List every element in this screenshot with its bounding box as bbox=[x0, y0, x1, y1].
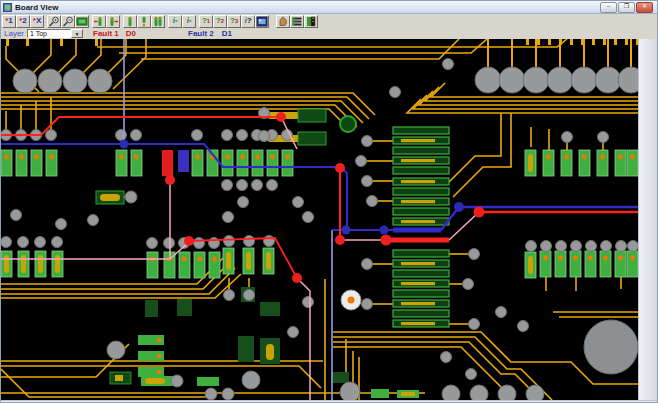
snapshot-button[interactable] bbox=[255, 15, 269, 28]
board-view-window: Board View – ❐ ✕ *1 *2 *X i▪ i▪ ?1 ?2 ?3… bbox=[0, 0, 658, 403]
testpoint-pair-button[interactable] bbox=[151, 15, 165, 28]
testpoint-single-button[interactable] bbox=[123, 15, 137, 28]
green-square-icon: ▪ bbox=[175, 17, 177, 25]
board-side-icon bbox=[305, 16, 317, 27]
maximize-button[interactable]: ❐ bbox=[618, 2, 635, 13]
component-info-a-button[interactable]: i▪ bbox=[168, 15, 182, 28]
assign-probe-1-button[interactable]: *1 bbox=[2, 15, 16, 28]
board-outline-icon bbox=[76, 16, 88, 27]
layer-bar: Layer 1 Top ▼ Fault 1 D0 Fault 2 D1 bbox=[1, 28, 657, 39]
testpoint-alert-button[interactable] bbox=[137, 15, 151, 28]
layer-stack-button[interactable] bbox=[290, 15, 304, 28]
board-canvas[interactable] bbox=[1, 39, 638, 400]
layer-dropdown[interactable]: 1 Top ▼ bbox=[27, 29, 83, 38]
probe-right-icon bbox=[107, 16, 119, 27]
toolbar: *1 *2 *X i▪ i▪ ?1 ?2 ?3 i? bbox=[1, 14, 657, 28]
window-frame-right bbox=[638, 39, 657, 400]
green-via bbox=[340, 116, 356, 132]
snapshot-icon bbox=[256, 16, 268, 27]
minimize-button[interactable]: – bbox=[600, 2, 617, 13]
title-bar: Board View – ❐ ✕ bbox=[1, 1, 657, 14]
probe-left-button[interactable] bbox=[92, 15, 106, 28]
hand-icon bbox=[277, 16, 289, 27]
close-button[interactable]: ✕ bbox=[636, 2, 653, 13]
layer-label: Layer bbox=[4, 29, 24, 38]
query-net-1-button[interactable]: ?1 bbox=[199, 15, 213, 28]
assign-probe-2-button[interactable]: *2 bbox=[16, 15, 30, 28]
dropdown-arrow-icon[interactable]: ▼ bbox=[71, 29, 83, 38]
layer-selected-value: 1 Top bbox=[27, 29, 71, 38]
fault1-highlighted-pad bbox=[162, 150, 173, 176]
zoom-out-button[interactable] bbox=[61, 15, 75, 28]
pan-button[interactable] bbox=[276, 15, 290, 28]
component-info-b-button[interactable]: i▪ bbox=[182, 15, 196, 28]
mounting-hole bbox=[584, 320, 638, 374]
fault2-label: Fault 2 bbox=[188, 29, 214, 38]
fit-board-button[interactable] bbox=[75, 15, 89, 28]
green-square-icon: ▪ bbox=[189, 17, 191, 25]
layers-icon bbox=[291, 16, 303, 27]
testpoint-icon bbox=[124, 16, 136, 27]
query-info-button[interactable]: i? bbox=[241, 15, 255, 28]
fault2-net-name: D1 bbox=[222, 29, 232, 38]
fault1-net-name: D0 bbox=[126, 29, 136, 38]
probe-left-icon bbox=[93, 16, 105, 27]
fault2-highlighted-pad bbox=[178, 150, 189, 172]
board-side-button[interactable] bbox=[304, 15, 318, 28]
probe-right-button[interactable] bbox=[106, 15, 120, 28]
app-icon bbox=[3, 3, 12, 12]
query-net-2-button[interactable]: ?2 bbox=[213, 15, 227, 28]
testpoint-pair-icon bbox=[152, 16, 164, 27]
zoom-out-icon bbox=[62, 16, 74, 27]
testpoint-alert-icon bbox=[138, 16, 150, 27]
fault1-label: Fault 1 bbox=[93, 29, 119, 38]
window-title: Board View bbox=[15, 3, 58, 12]
zoom-in-button[interactable] bbox=[47, 15, 61, 28]
query-net-3-button[interactable]: ?3 bbox=[227, 15, 241, 28]
assign-probe-x-button[interactable]: *X bbox=[30, 15, 44, 28]
zoom-in-icon bbox=[48, 16, 60, 27]
